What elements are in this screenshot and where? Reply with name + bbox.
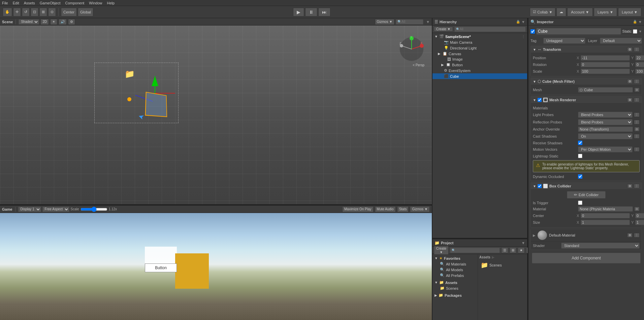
dynamic-occluded-checkbox[interactable] xyxy=(578,174,582,179)
hierarchy-item-main-camera[interactable]: 📷 Main Camera xyxy=(432,39,527,45)
motion-vectors-dropdown[interactable]: Per Object Motion xyxy=(578,146,633,152)
menu-window[interactable]: Window xyxy=(89,1,102,5)
menu-help[interactable]: Help xyxy=(107,1,115,5)
hierarchy-item-image[interactable]: 🖼 Image xyxy=(432,57,527,62)
layer-dropdown[interactable]: Default xyxy=(600,38,642,44)
pause-btn[interactable]: ⏸ xyxy=(305,8,317,16)
account-btn[interactable]: Account ▼ xyxy=(567,8,593,16)
hierarchy-scene-root[interactable]: ▼ 🎬 SampleScene* ⋮ xyxy=(432,34,527,39)
edit-collider-btn[interactable]: ✏ Edit Collider xyxy=(567,191,606,199)
anchor-override-select[interactable]: ⊙ xyxy=(634,127,640,132)
lighting-btn[interactable]: ☀ xyxy=(50,19,57,25)
position-y-input[interactable]: 22 xyxy=(635,55,644,61)
motion-vectors-overflow[interactable]: ⋮ xyxy=(634,147,640,152)
static-checkbox[interactable] xyxy=(633,29,637,34)
hierarchy-close[interactable]: ▼ xyxy=(521,20,525,24)
reflection-probes-overflow[interactable]: ⋮ xyxy=(634,120,640,125)
all-models-item[interactable]: 🔍 All Models xyxy=(432,267,478,273)
hierarchy-item-cube[interactable]: ⬛ Cube xyxy=(432,73,527,79)
transform-overflow-btn[interactable]: ⋮ xyxy=(634,47,640,52)
light-probes-overflow[interactable]: ⋮ xyxy=(634,112,640,117)
light-probes-dropdown[interactable]: Blend Probes xyxy=(578,112,633,118)
mesh-renderer-overflow[interactable]: ⋮ xyxy=(634,98,640,102)
proj-btn2[interactable]: ⊞ xyxy=(510,247,516,253)
tool-rotate[interactable]: ↺ xyxy=(22,8,30,16)
position-x-input[interactable]: -11 xyxy=(581,55,630,61)
proj-btn3[interactable]: ★ xyxy=(518,247,525,253)
size-x-input[interactable]: 1 xyxy=(581,220,630,225)
menu-gameobject[interactable]: GameObject xyxy=(40,1,61,5)
2d-toggle[interactable]: 2D xyxy=(40,19,49,25)
layers-btn[interactable]: Layers ▼ xyxy=(594,8,617,16)
collab-btn[interactable]: ☑ Collab ▼ xyxy=(530,8,555,16)
center-y-input[interactable]: 0 xyxy=(635,213,644,218)
menu-component[interactable]: Component xyxy=(65,1,84,5)
box-collider-toggle[interactable] xyxy=(538,184,542,188)
tool-scale[interactable]: ⊡ xyxy=(31,8,38,16)
packages-section[interactable]: ▶ 📁 Packages xyxy=(432,292,478,298)
tool-transform[interactable]: ⊙ xyxy=(48,8,56,16)
cast-shadows-overflow[interactable]: ⋮ xyxy=(634,134,640,139)
shader-dropdown[interactable]: Standard xyxy=(561,243,640,249)
cast-shadows-dropdown[interactable]: On xyxy=(578,133,633,139)
mesh-renderer-header[interactable]: ▼ 🔳 Mesh Renderer ⚙ ⋮ xyxy=(531,97,642,104)
add-component-btn[interactable]: Add Component xyxy=(532,253,641,263)
scale-slider[interactable] xyxy=(80,207,107,211)
project-close[interactable]: ▼ xyxy=(521,241,525,245)
all-materials-item[interactable]: 🔍 All Materials xyxy=(432,261,478,267)
layout-btn[interactable]: Layout ▼ xyxy=(618,8,641,16)
fx-btn[interactable]: ⚙ xyxy=(68,19,75,25)
mesh-select-btn[interactable]: ⊙ xyxy=(634,87,640,92)
scale-x-input[interactable]: 100 xyxy=(581,69,630,74)
box-collider-header[interactable]: ▼ ⬜ Box Collider ⚙ ⋮ xyxy=(531,183,642,190)
box-collider-settings[interactable]: ⚙ xyxy=(627,184,633,188)
scene-search[interactable] xyxy=(401,20,422,24)
object-name-input[interactable]: Cube xyxy=(536,28,621,35)
tool-move[interactable]: ✛ xyxy=(13,8,21,16)
hierarchy-search[interactable] xyxy=(460,27,524,31)
stats-btn[interactable]: Stats xyxy=(397,206,409,212)
reflection-probes-dropdown[interactable]: Blend Probes xyxy=(578,119,633,125)
size-y-input[interactable]: 1 xyxy=(635,220,644,225)
mesh-filter-settings[interactable]: ⚙ xyxy=(627,79,633,84)
center-pivot-btn[interactable]: Center xyxy=(61,8,77,16)
assets-section[interactable]: ▼ 📁 Assets xyxy=(432,280,478,285)
tag-dropdown[interactable]: Untagged xyxy=(543,38,585,44)
default-material-header[interactable]: ▶ Default-Material ⚙ ⋮ xyxy=(531,229,642,242)
mesh-filter-header[interactable]: ▼ ⬡ Cube (Mesh Filter) ⚙ ⋮ xyxy=(531,78,642,85)
game-gizmos-btn[interactable]: Gizmos ▼ xyxy=(410,206,430,212)
rotation-x-input[interactable]: 0 xyxy=(581,62,630,67)
is-trigger-checkbox[interactable] xyxy=(578,201,582,205)
receive-shadows-checkbox[interactable] xyxy=(578,141,582,145)
tool-rect[interactable]: ⊞ xyxy=(39,8,47,16)
inspector-close[interactable]: ▼ xyxy=(638,20,642,24)
canvas-button[interactable]: Button xyxy=(145,263,177,272)
audio-btn[interactable]: 🔊 xyxy=(59,19,67,25)
menu-assets[interactable]: Assets xyxy=(24,1,35,5)
transform-settings-btn[interactable]: ⚙ xyxy=(627,47,633,52)
play-btn[interactable]: ▶ xyxy=(293,8,304,16)
scale-y-input[interactable]: 100 xyxy=(635,69,644,74)
material-overflow[interactable]: ⋮ xyxy=(634,233,640,238)
favorites-section[interactable]: ▼ ★ Favorites xyxy=(432,255,478,261)
all-prefabs-item[interactable]: 🔍 All Prefabs xyxy=(432,273,478,278)
rotation-y-input[interactable]: 0 xyxy=(635,62,644,67)
mute-audio-btn[interactable]: Mute Audio xyxy=(375,206,396,212)
hierarchy-item-eventsystem[interactable]: ⚙ EventSystem xyxy=(432,68,527,73)
center-x-input[interactable]: 0 xyxy=(581,213,630,218)
inspector-lock[interactable]: 🔒 xyxy=(633,20,637,24)
hierarchy-create-btn[interactable]: Create ▼ xyxy=(434,27,453,32)
box-collider-overflow[interactable]: ⋮ xyxy=(634,184,640,188)
menu-edit[interactable]: Edit xyxy=(13,1,19,5)
step-btn[interactable]: ⏭ xyxy=(318,8,330,16)
hierarchy-lock-btn[interactable]: 🔒 xyxy=(516,20,520,24)
global-local-btn[interactable]: Global xyxy=(78,8,93,16)
collider-material-select[interactable]: ⊙ xyxy=(634,207,640,211)
display-dropdown[interactable]: Display 1 xyxy=(18,207,41,212)
project-search[interactable] xyxy=(455,248,498,252)
static-dropdown[interactable]: ▼ xyxy=(639,30,642,33)
transform-header[interactable]: ▼ ↔ Transform ⚙ ⋮ xyxy=(531,46,642,53)
mesh-renderer-toggle[interactable] xyxy=(538,98,542,102)
cloud-btn[interactable]: ☁ xyxy=(556,8,566,16)
hierarchy-item-button[interactable]: ▶ 🔲 Button xyxy=(432,62,527,68)
